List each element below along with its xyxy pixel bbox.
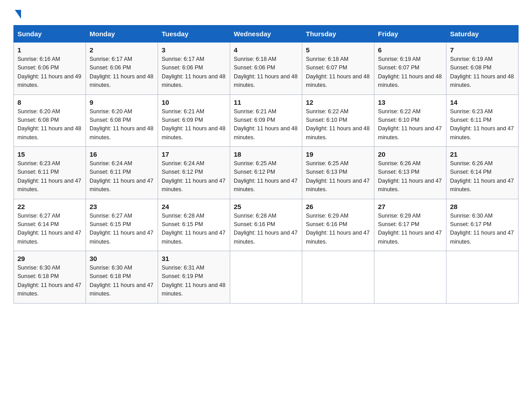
day-number: 4 (234, 46, 298, 54)
calendar-day-cell (230, 251, 302, 304)
day-number: 10 (162, 98, 226, 106)
day-info: Sunrise: 6:16 AMSunset: 6:06 PMDaylight:… (17, 55, 82, 90)
day-number: 12 (306, 98, 370, 106)
day-info: Sunrise: 6:20 AMSunset: 6:08 PMDaylight:… (17, 107, 82, 142)
day-number: 27 (378, 203, 442, 210)
calendar-day-cell: 7Sunrise: 6:19 AMSunset: 6:08 PMDaylight… (446, 43, 519, 95)
day-info: Sunrise: 6:23 AMSunset: 6:11 PMDaylight:… (17, 159, 82, 194)
day-number: 16 (90, 150, 154, 158)
calendar-day-header: Tuesday (158, 26, 230, 43)
calendar-day-header: Sunday (14, 26, 86, 43)
calendar-day-cell: 20Sunrise: 6:26 AMSunset: 6:13 PMDayligh… (374, 147, 446, 199)
calendar-day-cell: 26Sunrise: 6:29 AMSunset: 6:16 PMDayligh… (302, 199, 374, 251)
calendar-day-cell: 22Sunrise: 6:27 AMSunset: 6:14 PMDayligh… (14, 199, 86, 251)
day-number: 25 (234, 203, 298, 210)
day-info: Sunrise: 6:27 AMSunset: 6:15 PMDaylight:… (90, 212, 154, 247)
day-number: 5 (306, 46, 370, 54)
calendar-week-row: 22Sunrise: 6:27 AMSunset: 6:14 PMDayligh… (14, 199, 519, 251)
day-info: Sunrise: 6:17 AMSunset: 6:06 PMDaylight:… (90, 55, 154, 90)
day-info: Sunrise: 6:25 AMSunset: 6:12 PMDaylight:… (234, 159, 298, 194)
calendar-day-cell: 27Sunrise: 6:29 AMSunset: 6:17 PMDayligh… (374, 199, 446, 251)
calendar-day-header: Wednesday (230, 26, 302, 43)
calendar-day-header: Saturday (446, 26, 519, 43)
day-info: Sunrise: 6:22 AMSunset: 6:10 PMDaylight:… (378, 107, 442, 142)
calendar-day-cell: 8Sunrise: 6:20 AMSunset: 6:08 PMDaylight… (14, 94, 86, 147)
calendar-day-cell: 12Sunrise: 6:22 AMSunset: 6:10 PMDayligh… (302, 94, 374, 147)
calendar-day-cell: 10Sunrise: 6:21 AMSunset: 6:09 PMDayligh… (158, 94, 230, 147)
day-number: 13 (378, 98, 442, 106)
day-number: 19 (306, 150, 370, 158)
day-info: Sunrise: 6:17 AMSunset: 6:06 PMDaylight:… (162, 55, 226, 90)
calendar-day-cell: 1Sunrise: 6:16 AMSunset: 6:06 PMDaylight… (14, 43, 86, 95)
day-number: 30 (90, 255, 154, 262)
day-number: 24 (162, 203, 226, 210)
day-info: Sunrise: 6:19 AMSunset: 6:07 PMDaylight:… (378, 55, 442, 90)
day-info: Sunrise: 6:26 AMSunset: 6:14 PMDaylight:… (450, 159, 515, 194)
day-number: 22 (17, 203, 82, 210)
calendar-header-row: SundayMondayTuesdayWednesdayThursdayFrid… (14, 26, 519, 43)
day-info: Sunrise: 6:19 AMSunset: 6:08 PMDaylight:… (450, 55, 515, 90)
day-number: 15 (17, 150, 82, 158)
day-number: 6 (378, 46, 442, 54)
day-number: 29 (17, 255, 82, 262)
calendar-day-header: Thursday (302, 26, 374, 43)
day-info: Sunrise: 6:21 AMSunset: 6:09 PMDaylight:… (162, 107, 226, 142)
calendar-day-cell: 13Sunrise: 6:22 AMSunset: 6:10 PMDayligh… (374, 94, 446, 147)
day-number: 11 (234, 98, 298, 106)
day-number: 18 (234, 150, 298, 158)
calendar-day-header: Monday (86, 26, 158, 43)
day-number: 14 (450, 98, 515, 106)
day-number: 7 (450, 46, 515, 54)
day-number: 21 (450, 150, 515, 158)
calendar-day-cell: 18Sunrise: 6:25 AMSunset: 6:12 PMDayligh… (230, 147, 302, 199)
calendar-day-cell: 9Sunrise: 6:20 AMSunset: 6:08 PMDaylight… (86, 94, 158, 147)
day-info: Sunrise: 6:30 AMSunset: 6:17 PMDaylight:… (450, 212, 515, 247)
day-info: Sunrise: 6:23 AMSunset: 6:11 PMDaylight:… (450, 107, 515, 142)
calendar-day-cell: 2Sunrise: 6:17 AMSunset: 6:06 PMDaylight… (86, 43, 158, 95)
calendar-table: SundayMondayTuesdayWednesdayThursdayFrid… (13, 25, 519, 304)
day-number: 17 (162, 150, 226, 158)
day-number: 23 (90, 203, 154, 210)
day-info: Sunrise: 6:29 AMSunset: 6:17 PMDaylight:… (378, 212, 442, 247)
day-info: Sunrise: 6:26 AMSunset: 6:13 PMDaylight:… (378, 159, 442, 194)
calendar-day-cell: 29Sunrise: 6:30 AMSunset: 6:18 PMDayligh… (14, 251, 86, 304)
calendar-day-cell: 11Sunrise: 6:21 AMSunset: 6:09 PMDayligh… (230, 94, 302, 147)
day-number: 31 (162, 255, 226, 262)
calendar-day-cell: 16Sunrise: 6:24 AMSunset: 6:11 PMDayligh… (86, 147, 158, 199)
day-info: Sunrise: 6:27 AMSunset: 6:14 PMDaylight:… (17, 212, 82, 247)
calendar-body: 1Sunrise: 6:16 AMSunset: 6:06 PMDaylight… (14, 43, 519, 304)
calendar-day-cell: 19Sunrise: 6:25 AMSunset: 6:13 PMDayligh… (302, 147, 374, 199)
day-info: Sunrise: 6:28 AMSunset: 6:16 PMDaylight:… (234, 212, 298, 247)
calendar-week-row: 15Sunrise: 6:23 AMSunset: 6:11 PMDayligh… (14, 147, 519, 199)
calendar-day-cell: 15Sunrise: 6:23 AMSunset: 6:11 PMDayligh… (14, 147, 86, 199)
day-number: 26 (306, 203, 370, 210)
calendar-day-cell: 4Sunrise: 6:18 AMSunset: 6:06 PMDaylight… (230, 43, 302, 95)
page-header (13, 9, 519, 17)
day-info: Sunrise: 6:30 AMSunset: 6:18 PMDaylight:… (17, 264, 82, 299)
calendar-day-cell (446, 251, 519, 304)
calendar-day-cell: 3Sunrise: 6:17 AMSunset: 6:06 PMDaylight… (158, 43, 230, 95)
calendar-day-cell: 21Sunrise: 6:26 AMSunset: 6:14 PMDayligh… (446, 147, 519, 199)
day-info: Sunrise: 6:24 AMSunset: 6:11 PMDaylight:… (90, 159, 154, 194)
day-info: Sunrise: 6:18 AMSunset: 6:06 PMDaylight:… (234, 55, 298, 90)
calendar-day-cell: 24Sunrise: 6:28 AMSunset: 6:15 PMDayligh… (158, 199, 230, 251)
day-info: Sunrise: 6:24 AMSunset: 6:12 PMDaylight:… (162, 159, 226, 194)
calendar-day-header: Friday (374, 26, 446, 43)
calendar-day-cell: 6Sunrise: 6:19 AMSunset: 6:07 PMDaylight… (374, 43, 446, 95)
day-number: 3 (162, 46, 226, 54)
day-info: Sunrise: 6:30 AMSunset: 6:18 PMDaylight:… (90, 264, 154, 299)
logo (13, 9, 21, 17)
day-number: 2 (90, 46, 154, 54)
day-number: 8 (17, 98, 82, 106)
day-info: Sunrise: 6:31 AMSunset: 6:19 PMDaylight:… (162, 264, 226, 299)
calendar-day-cell (302, 251, 374, 304)
day-info: Sunrise: 6:28 AMSunset: 6:15 PMDaylight:… (162, 212, 226, 247)
calendar-day-cell: 25Sunrise: 6:28 AMSunset: 6:16 PMDayligh… (230, 199, 302, 251)
calendar-day-cell: 28Sunrise: 6:30 AMSunset: 6:17 PMDayligh… (446, 199, 519, 251)
day-number: 1 (17, 46, 82, 54)
day-number: 20 (378, 150, 442, 158)
calendar-day-cell: 17Sunrise: 6:24 AMSunset: 6:12 PMDayligh… (158, 147, 230, 199)
day-info: Sunrise: 6:18 AMSunset: 6:07 PMDaylight:… (306, 55, 370, 90)
day-info: Sunrise: 6:25 AMSunset: 6:13 PMDaylight:… (306, 159, 370, 194)
logo-triangle-icon (15, 10, 21, 19)
